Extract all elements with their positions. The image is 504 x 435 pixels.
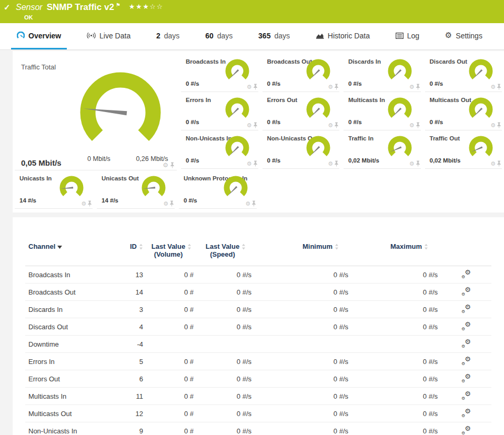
cell-channel[interactable]: Broadcasts In	[25, 266, 114, 284]
tab-settings[interactable]: ⚙Settings	[439, 23, 488, 49]
cell-id: 9	[114, 422, 146, 435]
gauge-value: 0,02 Mbit/s	[430, 157, 461, 164]
gauge-settings-gear-icon[interactable]: ⚙	[163, 201, 168, 207]
gauge-settings-gear-icon[interactable]: ⚙	[163, 162, 168, 168]
table-row: Multicasts Out120 #0 #/s0 #/s0 #/s⚙⚙	[25, 405, 491, 422]
gauge-settings-gear-icon[interactable]: ⚙	[328, 161, 333, 167]
cell-channel[interactable]: Errors Out	[25, 370, 114, 388]
gauge-tile-non-unicasts-in: Non-Unicasts In 0 #/s⚙	[181, 130, 258, 169]
tab-365-days[interactable]: 365days	[253, 23, 296, 49]
gauge-settings-gear-icon[interactable]: ⚙	[81, 201, 86, 207]
tab-live-data[interactable]: Live Data	[81, 23, 136, 49]
gauge-value: 0 #/s	[267, 80, 281, 87]
gauge-tile-unicasts-in: Unicasts In 14 #/s⚙	[15, 170, 93, 209]
channel-settings-gears-icon[interactable]: ⚙⚙	[461, 322, 471, 330]
table-row: Errors Out60 #0 #/s0 #/s0 #/s⚙⚙	[25, 370, 491, 388]
tab-historic-data[interactable]: Historic Data	[310, 23, 376, 49]
pin-icon[interactable]	[253, 160, 258, 167]
column-header-minimum[interactable]: Minimum	[255, 238, 351, 266]
sort-icon	[57, 242, 62, 250]
pin-icon[interactable]	[334, 84, 339, 90]
cell-maximum: 0 #/s	[351, 284, 441, 301]
pin-icon[interactable]	[253, 84, 258, 90]
flag-icon[interactable]: ⚑	[116, 2, 120, 8]
cell-channel[interactable]: Multicasts In	[25, 388, 114, 405]
priority-stars[interactable]: ★★★☆☆	[129, 3, 164, 11]
pin-icon[interactable]	[170, 162, 175, 168]
cell-channel[interactable]: Discards Out	[25, 318, 114, 336]
cell-last-volume: 0 #	[146, 284, 197, 301]
pin-icon[interactable]	[253, 122, 258, 128]
cell-id: 3	[114, 301, 146, 318]
gauge-title: Traffic In	[348, 135, 374, 141]
column-header-last-value[interactable]: Last Value(Volume)	[146, 238, 197, 266]
cell-maximum: 0 #/s	[351, 422, 441, 435]
channel-settings-gears-icon[interactable]: ⚙⚙	[461, 391, 471, 400]
pin-icon[interactable]	[87, 200, 92, 207]
column-header-last-value[interactable]: Last Value(Speed)	[197, 238, 255, 266]
gauge-dial	[225, 97, 250, 120]
gauge-title: Unicasts In	[19, 175, 52, 181]
status-check-icon: ✓	[4, 3, 11, 12]
gauge-settings-gear-icon[interactable]: ⚙	[490, 161, 496, 167]
gauge-title: Unicasts Out	[102, 175, 139, 181]
tab-number: 60	[205, 32, 214, 40]
pin-icon[interactable]	[334, 122, 339, 128]
gauge-value: 14 #/s	[102, 197, 118, 204]
cell-channel[interactable]: Broadcasts Out	[25, 284, 114, 301]
pin-icon[interactable]	[497, 122, 501, 128]
cell-last-speed: 0 #/s	[197, 388, 255, 405]
channel-settings-gears-icon[interactable]: ⚙⚙	[461, 374, 471, 382]
column-header-maximum[interactable]: Maximum	[351, 238, 441, 266]
channel-settings-gears-icon[interactable]: ⚙⚙	[461, 287, 471, 296]
pin-icon[interactable]	[416, 160, 420, 167]
gauge-tile-multicasts-in: Multicasts In 0 #/s⚙	[344, 92, 421, 130]
channel-settings-gears-icon[interactable]: ⚙⚙	[461, 426, 471, 434]
gauge-settings-gear-icon[interactable]: ⚙	[247, 84, 252, 90]
pin-icon[interactable]	[416, 84, 420, 90]
gauge-dial	[59, 176, 84, 199]
cell-channel[interactable]: Downtime	[25, 336, 114, 353]
cell-id: 13	[114, 266, 146, 284]
gauge-settings-gear-icon[interactable]: ⚙	[328, 84, 333, 90]
log-icon	[396, 33, 404, 39]
cell-last-volume: 0 #	[146, 422, 197, 435]
column-header-channel[interactable]: Channel	[25, 238, 114, 266]
gauge-settings-gear-icon[interactable]: ⚙	[409, 84, 415, 90]
channel-settings-gears-icon[interactable]: ⚙⚙	[461, 357, 471, 365]
channel-settings-gears-icon[interactable]: ⚙⚙	[461, 339, 471, 348]
pin-icon[interactable]	[497, 84, 501, 90]
tab-60-days[interactable]: 60days	[199, 23, 238, 49]
historic-data-icon	[316, 32, 324, 39]
gauge-settings-gear-icon[interactable]: ⚙	[490, 123, 496, 128]
pin-icon[interactable]	[497, 160, 501, 167]
object-kind-label: Sensor	[16, 3, 43, 12]
gauge-settings-gear-icon[interactable]: ⚙	[328, 123, 333, 128]
channel-settings-gears-icon[interactable]: ⚙⚙	[461, 270, 471, 278]
pin-icon[interactable]	[251, 200, 256, 207]
cell-last-volume: 0 #	[146, 370, 197, 388]
cell-channel[interactable]: Discards In	[25, 301, 114, 318]
gauge-settings-gear-icon[interactable]: ⚙	[409, 123, 415, 128]
column-header-id[interactable]: ID	[114, 238, 146, 266]
gauge-settings-gear-icon[interactable]: ⚙	[245, 201, 250, 207]
channel-settings-gears-icon[interactable]: ⚙⚙	[461, 305, 471, 313]
gauge-title: Errors Out	[267, 97, 298, 103]
pin-icon[interactable]	[416, 122, 420, 128]
channel-settings-gears-icon[interactable]: ⚙⚙	[461, 409, 471, 417]
cell-channel[interactable]: Errors In	[25, 353, 114, 370]
gauge-settings-gear-icon[interactable]: ⚙	[247, 123, 252, 128]
table-row: Errors In50 #0 #/s0 #/s0 #/s⚙⚙	[25, 353, 491, 370]
gauge-settings-gear-icon[interactable]: ⚙	[409, 161, 415, 167]
tab-log[interactable]: Log	[390, 23, 425, 49]
gauge-settings-gear-icon[interactable]: ⚙	[490, 84, 496, 90]
tab-2-days[interactable]: 2days	[150, 23, 185, 49]
cell-channel[interactable]: Multicasts Out	[25, 405, 114, 422]
gauge-settings-gear-icon[interactable]: ⚙	[247, 161, 252, 167]
cell-channel[interactable]: Non-Unicasts In	[25, 422, 114, 435]
pin-icon[interactable]	[334, 160, 339, 167]
gauge-value: 0 #/s	[186, 80, 199, 87]
pin-icon[interactable]	[169, 200, 174, 207]
tab-overview[interactable]: Overview	[11, 23, 67, 49]
live-data-icon	[87, 32, 96, 39]
